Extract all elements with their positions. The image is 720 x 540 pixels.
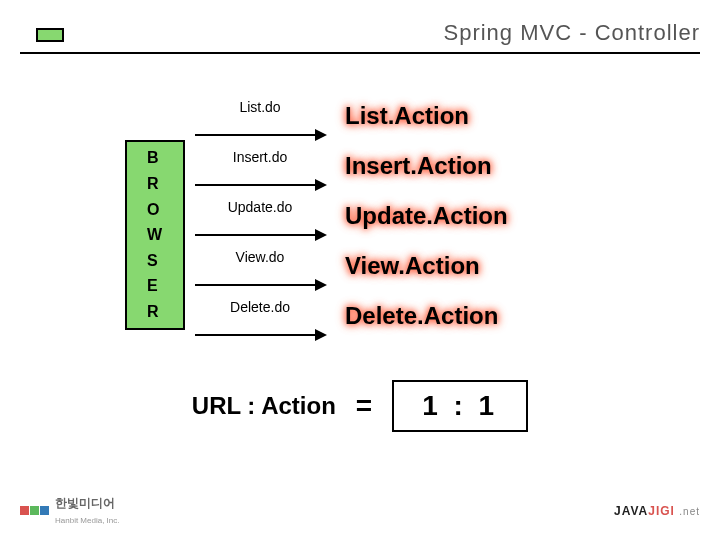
equation-row: URL : Action = 1 : 1 [0,380,720,432]
hanbit-logo-icon [20,506,49,515]
arrow-icon [195,234,325,236]
equation-left: URL : Action [192,392,336,420]
arrow-icon [195,334,325,336]
browser-box: B R O W S E R [125,140,185,330]
arrow-icon [195,284,325,286]
footer-left-sub: Hanbit Media, Inc. [55,516,119,525]
footer-java: JAVA [614,504,648,518]
arrow-row-delete: Delete.do [195,315,325,355]
arrow-label: Insert.do [195,149,325,165]
ratio-box: 1 : 1 [392,380,528,432]
action-view: View.Action [345,252,480,280]
arrow-icon [195,184,325,186]
browser-label: B R O W S E R [147,145,163,324]
arrow-label: Update.do [195,199,325,215]
arrow-label: List.do [195,99,325,115]
footer: 한빛미디어 Hanbit Media, Inc. JAVAJIGI .net [20,495,700,526]
page-title: Spring MVC - Controller [20,20,700,54]
footer-net: .net [679,506,700,517]
arrow-label: View.do [195,249,325,265]
arrow-label: Delete.do [195,299,325,315]
footer-right: JAVAJIGI .net [614,504,700,518]
footer-left: 한빛미디어 Hanbit Media, Inc. [20,495,119,526]
action-insert: Insert.Action [345,152,492,180]
action-delete: Delete.Action [345,302,498,330]
arrow-icon [195,134,325,136]
action-list: List.Action [345,102,469,130]
footer-left-text: 한빛미디어 [55,496,115,510]
equals-sign: = [356,390,372,422]
action-update: Update.Action [345,202,508,230]
footer-jigi: JIGI [648,504,675,518]
